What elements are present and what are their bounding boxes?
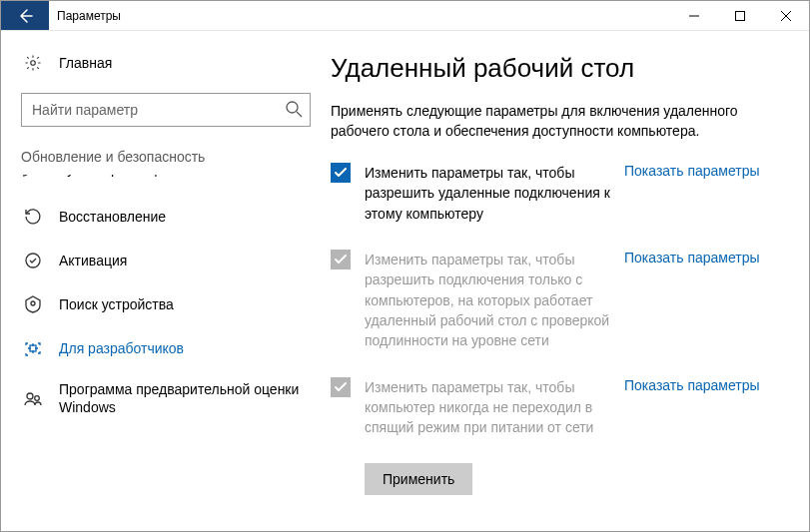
- page-subtitle: Применять следующие параметры для включе…: [331, 102, 781, 141]
- svg-point-7: [27, 393, 33, 399]
- activation-icon: [23, 251, 43, 270]
- setting-row-0: Изменить параметры так, чтобы разрешить …: [331, 163, 781, 224]
- svg-point-3: [23, 175, 30, 176]
- developers-icon: [23, 338, 43, 358]
- nav-item-developers[interactable]: Для разработчиков: [1, 326, 331, 370]
- nav-label: Активация: [59, 252, 127, 269]
- show-params-link-2[interactable]: Показать параметры: [624, 377, 760, 393]
- recovery-icon: [23, 207, 43, 227]
- setting-text-1: Изменить параметры так, чтобы разрешить …: [365, 250, 624, 350]
- nav-item-recovery[interactable]: Восстановление: [1, 195, 331, 239]
- settings-window: Параметры Главная: [0, 0, 810, 532]
- home-button[interactable]: Главная: [1, 43, 331, 83]
- checkbox-0[interactable]: [331, 163, 351, 183]
- maximize-icon: [735, 11, 745, 21]
- backup-icon: [23, 175, 33, 179]
- window-controls: [671, 1, 809, 30]
- checkbox-1[interactable]: [331, 250, 351, 269]
- minimize-icon: [689, 11, 699, 21]
- nav-item-activation[interactable]: Активация: [1, 239, 331, 282]
- svg-point-2: [287, 102, 298, 113]
- maximize-button[interactable]: [717, 1, 763, 30]
- nav-item-find-device[interactable]: Поиск устройства: [1, 282, 331, 326]
- search-input[interactable]: [21, 93, 311, 127]
- find-device-icon: [23, 294, 43, 314]
- back-button[interactable]: [1, 1, 49, 30]
- category-title: Обновление и безопасность: [1, 141, 331, 175]
- checkbox-2[interactable]: [331, 377, 351, 397]
- close-button[interactable]: [763, 1, 809, 30]
- minimize-button[interactable]: [671, 1, 717, 30]
- nav-label: Поиск устройства: [59, 295, 174, 313]
- page-heading: Удаленный рабочий стол: [331, 53, 781, 84]
- setting-row-2: Изменить параметры так, чтобы компьютер …: [331, 377, 781, 438]
- nav-label: Для разработчиков: [59, 339, 184, 357]
- search-icon: [285, 100, 303, 118]
- setting-row-1: Изменить параметры так, чтобы разрешить …: [331, 250, 781, 350]
- nav-list: Служба архивации Восстановление Активаци…: [1, 175, 331, 426]
- check-icon: [334, 253, 348, 266]
- nav-item-cutoff[interactable]: Служба архивации: [23, 175, 331, 195]
- check-icon: [334, 380, 348, 394]
- setting-text-2: Изменить параметры так, чтобы компьютер …: [365, 377, 624, 438]
- show-params-link-0[interactable]: Показать параметры: [624, 163, 760, 179]
- arrow-left-icon: [17, 8, 33, 24]
- insider-icon: [23, 388, 43, 408]
- svg-point-8: [35, 396, 40, 401]
- nav-label: Программа предварительной оценки Windows: [59, 380, 311, 416]
- body: Главная Обновление и безопасность: [1, 31, 809, 531]
- svg-point-5: [31, 301, 35, 305]
- search-container: [1, 83, 331, 141]
- nav-label: Восстановление: [59, 208, 166, 226]
- svg-point-1: [31, 61, 36, 66]
- close-icon: [781, 11, 791, 21]
- svg-rect-0: [736, 11, 745, 20]
- svg-point-4: [26, 254, 40, 267]
- sidebar: Главная Обновление и безопасность: [1, 31, 331, 531]
- titlebar: Параметры: [1, 1, 809, 31]
- gear-icon: [23, 53, 43, 73]
- check-icon: [334, 166, 348, 180]
- show-params-link-1[interactable]: Показать параметры: [624, 250, 760, 266]
- apply-button[interactable]: Применить: [365, 463, 472, 495]
- content-area: Удаленный рабочий стол Применять следующ…: [331, 31, 809, 531]
- window-title: Параметры: [49, 1, 671, 30]
- home-label: Главная: [59, 55, 112, 71]
- setting-text-0: Изменить параметры так, чтобы разрешить …: [365, 163, 624, 224]
- nav-item-insider[interactable]: Программа предварительной оценки Windows: [1, 370, 331, 426]
